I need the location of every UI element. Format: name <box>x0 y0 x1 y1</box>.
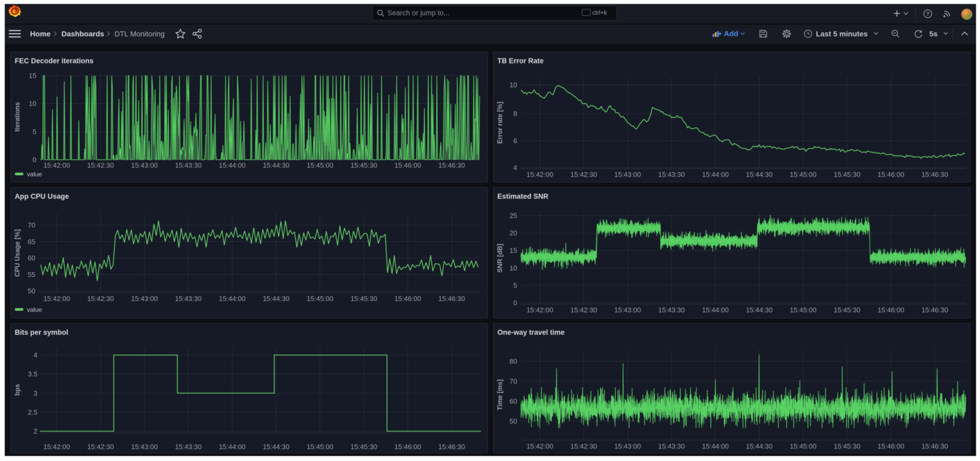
svg-text:15:44:30: 15:44:30 <box>262 443 289 451</box>
svg-text:15:42:30: 15:42:30 <box>87 161 114 169</box>
svg-text:55: 55 <box>28 271 35 278</box>
svg-text:0: 0 <box>514 299 517 307</box>
svg-text:15:42:00: 15:42:00 <box>527 306 553 314</box>
svg-text:value: value <box>27 306 42 313</box>
svg-text:15:44:30: 15:44:30 <box>746 170 772 178</box>
svg-text:15:45:30: 15:45:30 <box>350 443 377 451</box>
svg-text:15:43:30: 15:43:30 <box>658 306 685 314</box>
svg-text:One-way travel time: One-way travel time <box>497 328 565 336</box>
svg-text:15:43:30: 15:43:30 <box>175 295 202 303</box>
svg-text:15:46:00: 15:46:00 <box>878 442 904 450</box>
svg-text:15:43:30: 15:43:30 <box>658 170 685 178</box>
svg-text:15:45:30: 15:45:30 <box>350 161 377 169</box>
svg-text:80: 80 <box>509 358 517 365</box>
svg-text:15:42:00: 15:42:00 <box>527 442 553 450</box>
svg-text:15:42:30: 15:42:30 <box>570 306 597 314</box>
svg-text:Iterations: Iterations <box>13 102 21 132</box>
svg-text:15:43:00: 15:43:00 <box>614 170 641 178</box>
svg-text:15:43:00: 15:43:00 <box>131 443 158 451</box>
svg-text:70: 70 <box>509 377 517 385</box>
svg-text:50: 50 <box>509 417 517 425</box>
svg-text:15:44:00: 15:44:00 <box>702 170 729 178</box>
svg-text:5: 5 <box>33 128 37 136</box>
svg-text:20: 20 <box>509 229 517 237</box>
svg-text:15:46:30: 15:46:30 <box>921 170 948 178</box>
svg-text:70: 70 <box>28 221 35 229</box>
svg-text:value: value <box>27 170 42 178</box>
svg-text:15:45:30: 15:45:30 <box>834 170 860 178</box>
svg-text:Bits per symbol: Bits per symbol <box>15 328 68 336</box>
svg-text:2.5: 2.5 <box>28 408 37 416</box>
svg-text:15:46:00: 15:46:00 <box>395 161 421 169</box>
svg-text:15:42:00: 15:42:00 <box>43 295 70 303</box>
svg-text:15:44:30: 15:44:30 <box>746 306 772 314</box>
svg-text:15:45:00: 15:45:00 <box>790 306 816 314</box>
svg-text:15:46:30: 15:46:30 <box>438 295 465 303</box>
svg-text:15:46:00: 15:46:00 <box>395 295 421 303</box>
svg-text:FEC Decoder iterations: FEC Decoder iterations <box>15 57 94 65</box>
svg-text:15:43:00: 15:43:00 <box>614 442 641 450</box>
svg-text:15:44:00: 15:44:00 <box>219 295 245 303</box>
svg-text:15:42:30: 15:42:30 <box>87 443 114 451</box>
svg-text:15:43:30: 15:43:30 <box>175 161 202 169</box>
svg-text:15:43:00: 15:43:00 <box>131 295 158 303</box>
svg-text:15:45:30: 15:45:30 <box>834 442 860 450</box>
svg-text:15:46:00: 15:46:00 <box>878 170 904 178</box>
svg-text:15:44:00: 15:44:00 <box>702 306 729 314</box>
svg-text:2: 2 <box>34 427 37 435</box>
svg-text:15:42:30: 15:42:30 <box>570 442 597 450</box>
svg-text:4: 4 <box>514 164 517 172</box>
svg-text:3: 3 <box>34 389 37 397</box>
svg-text:15:46:00: 15:46:00 <box>878 306 904 314</box>
svg-text:25: 25 <box>509 211 517 219</box>
svg-text:15:46:30: 15:46:30 <box>438 161 465 169</box>
svg-text:15:42:00: 15:42:00 <box>43 443 70 451</box>
svg-text:CPU Usage [%]: CPU Usage [%] <box>13 229 21 277</box>
svg-text:10: 10 <box>509 264 517 272</box>
svg-text:15:44:30: 15:44:30 <box>262 161 289 169</box>
svg-text:15:45:00: 15:45:00 <box>307 161 333 169</box>
svg-text:8: 8 <box>514 110 517 118</box>
svg-text:15:43:30: 15:43:30 <box>658 442 685 450</box>
svg-text:4: 4 <box>34 351 37 359</box>
svg-text:15:45:00: 15:45:00 <box>790 442 816 450</box>
svg-text:15:44:00: 15:44:00 <box>702 442 729 450</box>
svg-text:15:44:30: 15:44:30 <box>746 442 772 450</box>
svg-text:15:46:00: 15:46:00 <box>395 443 421 451</box>
svg-text:15:45:00: 15:45:00 <box>307 443 333 451</box>
svg-text:TB Error Rate: TB Error Rate <box>497 57 544 65</box>
svg-text:15:46:30: 15:46:30 <box>438 443 465 451</box>
svg-text:50: 50 <box>28 287 35 295</box>
svg-text:60: 60 <box>509 397 517 405</box>
svg-text:App CPU Usage: App CPU Usage <box>15 192 69 200</box>
svg-text:15: 15 <box>29 72 37 79</box>
svg-text:15:46:30: 15:46:30 <box>921 442 948 450</box>
svg-text:15:42:00: 15:42:00 <box>527 170 553 178</box>
svg-text:15:45:30: 15:45:30 <box>834 306 860 314</box>
svg-text:?: ? <box>926 11 929 17</box>
svg-text:15:43:30: 15:43:30 <box>175 443 202 451</box>
svg-text:15:43:00: 15:43:00 <box>614 306 641 314</box>
svg-text:SNR [dB]: SNR [dB] <box>496 244 503 273</box>
svg-text:15:44:00: 15:44:00 <box>219 161 245 169</box>
svg-text:15:44:30: 15:44:30 <box>262 295 289 303</box>
svg-text:15:43:00: 15:43:00 <box>131 161 158 169</box>
svg-text:15: 15 <box>509 246 517 254</box>
svg-text:15:45:30: 15:45:30 <box>350 295 377 303</box>
svg-text:15:44:00: 15:44:00 <box>219 443 245 451</box>
svg-text:5: 5 <box>514 281 517 289</box>
svg-text:6: 6 <box>514 137 517 145</box>
svg-text:15:42:30: 15:42:30 <box>570 170 597 178</box>
svg-text:3.5: 3.5 <box>28 370 37 378</box>
svg-text:0: 0 <box>33 156 37 164</box>
svg-text:10: 10 <box>29 100 37 108</box>
svg-text:10: 10 <box>509 81 517 89</box>
svg-text:15:45:00: 15:45:00 <box>790 170 816 178</box>
svg-text:15:42:00: 15:42:00 <box>43 161 70 169</box>
svg-text:bps: bps <box>13 384 21 396</box>
svg-text:65: 65 <box>28 238 35 246</box>
svg-text:15:46:30: 15:46:30 <box>921 306 948 314</box>
svg-text:15:45:00: 15:45:00 <box>307 295 333 303</box>
svg-text:Estimated SNR: Estimated SNR <box>497 192 549 200</box>
svg-text:Time [ms]: Time [ms] <box>496 379 503 410</box>
